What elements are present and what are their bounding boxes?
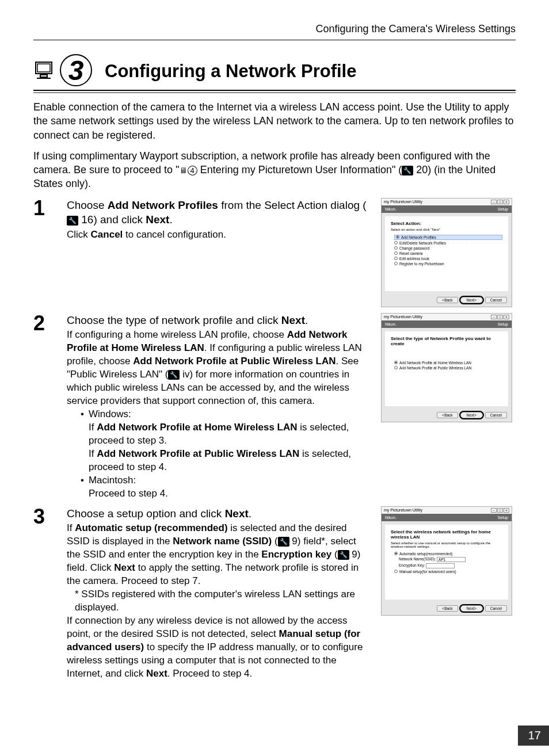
screenshot-1: my Picturetown Utility–□× Nikon.Setup Se…: [381, 198, 516, 307]
radio-automatic-setup[interactable]: Automatic setup(recommended): [394, 552, 502, 556]
bullet-label: Windows:: [89, 408, 369, 421]
close-icon[interactable]: ×: [504, 508, 509, 513]
step-bold: Next: [114, 562, 135, 573]
header-divider: [33, 40, 516, 40]
step-text: (: [272, 536, 277, 547]
window-buttons: –□×: [491, 200, 509, 204]
next-button[interactable]: Next>: [460, 412, 483, 418]
radio-edit-delete[interactable]: Edit/Delete Network Profiles: [394, 241, 502, 245]
step-text: .: [305, 314, 308, 326]
dialog-subtext: Select whether to use manual or automati…: [391, 541, 502, 548]
reference-icon: 🔧: [168, 370, 180, 380]
window-buttons: –□×: [491, 508, 509, 513]
dialog-title: my Picturetown Utility: [384, 200, 422, 204]
close-icon[interactable]: ×: [504, 200, 509, 204]
intro-paragraph-1: Enable connection of the camera to the I…: [33, 100, 516, 142]
cancel-button[interactable]: Cancel: [485, 412, 507, 418]
next-button[interactable]: Next>: [460, 297, 483, 303]
step-text: If: [67, 522, 75, 533]
back-button[interactable]: <Back: [437, 412, 458, 418]
reference-icon: 🔧: [402, 166, 413, 175]
radio-home-wireless[interactable]: Add Network Profile at Home Wireless LAN: [394, 361, 502, 365]
next-button[interactable]: Next>: [460, 605, 483, 612]
step-text: .: [169, 213, 172, 226]
step-page-ref: 16) and click: [78, 213, 146, 226]
step-bold: Encryption key: [261, 549, 331, 560]
radio-label: Add Network Profiles: [401, 235, 436, 239]
step-1: 1 Choose Add Network Profiles from the S…: [33, 198, 516, 307]
close-icon[interactable]: ×: [504, 315, 509, 319]
intro-step-ref: 4: [188, 166, 197, 175]
back-button[interactable]: <Back: [437, 297, 458, 303]
maximize-icon[interactable]: □: [497, 508, 503, 513]
minimize-icon[interactable]: –: [491, 508, 497, 513]
radio-label: Reset camera: [399, 251, 422, 255]
dialog-heading: Select the wireless network settings for…: [391, 529, 502, 540]
screenshot-2: my Picturetown Utility–□× Nikon.Setup Se…: [381, 313, 516, 501]
brand-label: Nikon.: [385, 516, 396, 520]
screenshot-3: my Picturetown Utility–□× Nikon.Setup Se…: [381, 506, 516, 681]
step-body: Choose the type of network profile and c…: [67, 313, 369, 501]
step-text: If configuring a home wireless LAN profi…: [67, 329, 287, 340]
radio-label: Manual setup(for advanced users): [399, 570, 456, 574]
radio-register[interactable]: Register to my Picturetown: [394, 262, 502, 266]
step-bold: Next: [225, 507, 249, 520]
footnote: * SSIDs registered with the computer's w…: [75, 588, 369, 614]
brand-label: Nikon.: [385, 322, 396, 326]
step-body: Choose Add Network Profiles from the Sel…: [67, 198, 369, 307]
cancel-button[interactable]: Cancel: [485, 605, 507, 612]
step-bold: Add Network Profile at Public Wireless L…: [133, 356, 336, 366]
radio-add-network-profiles[interactable]: Add Network Profiles: [394, 235, 502, 240]
field-label: Network Name(SSID):: [399, 557, 436, 561]
dialog-select-action: my Picturetown Utility–□× Nikon.Setup Se…: [381, 198, 512, 307]
back-button[interactable]: <Back: [437, 605, 458, 612]
ssid-input[interactable]: AP1: [437, 557, 466, 562]
step-text: from the Select Action dialog (: [218, 199, 367, 211]
encryption-key-input[interactable]: [426, 563, 455, 568]
title-row: 3 Configuring a Network Profile: [33, 55, 516, 87]
step-number: 2: [33, 313, 55, 501]
cancel-button[interactable]: Cancel: [485, 297, 507, 303]
radio-change-password[interactable]: Change password: [394, 246, 502, 250]
step-body: Choose a setup option and click Next. If…: [67, 506, 369, 681]
step-text: .: [249, 507, 251, 520]
field-encryption-key: Encryption Key:: [399, 563, 502, 568]
bullet-label: Macintosh:: [89, 474, 168, 487]
radio-edit-address[interactable]: Edit address book: [394, 257, 502, 261]
radio-label: Change password: [399, 246, 429, 250]
bullet-text: If: [89, 422, 97, 433]
dialog-title: my Picturetown Utility: [384, 508, 422, 513]
step-number: 3: [33, 506, 55, 681]
step-text: Choose the type of network profile and c…: [67, 314, 281, 326]
step-bold: Cancel: [91, 229, 123, 240]
dialog-heading: Select Action:: [391, 221, 502, 226]
step-text: (: [331, 549, 337, 560]
minimize-icon[interactable]: –: [491, 315, 497, 319]
radio-label: Register to my Picturetown: [399, 262, 444, 266]
step-text: . Proceed to step 4.: [167, 668, 252, 679]
bullet-text: Proceed to step 4.: [89, 487, 168, 501]
dialog-wireless-settings: my Picturetown Utility–□× Nikon.Setup Se…: [381, 506, 512, 616]
bullet-bold: Add Network Profile at Home Wireless LAN: [97, 422, 297, 433]
step-bold: Next: [146, 668, 167, 679]
setup-label: Setup: [498, 322, 508, 326]
step-bold: Next: [146, 213, 169, 226]
radio-reset-camera[interactable]: Reset camera: [394, 251, 502, 255]
page-title: Configuring a Network Profile: [105, 61, 356, 82]
step-text: Click: [67, 229, 91, 240]
section-header: Configuring the Camera's Wireless Settin…: [33, 23, 516, 35]
dialog-subtext: Select an action and click "Next": [391, 228, 502, 231]
maximize-icon[interactable]: □: [497, 200, 503, 204]
radio-label: Add Network Profile at Home Wireless LAN: [399, 361, 471, 365]
radio-manual-setup[interactable]: Manual setup(for advanced users): [394, 570, 502, 574]
step-text: Choose a setup option and click: [67, 507, 225, 520]
minimize-icon[interactable]: –: [491, 200, 497, 204]
step-bold: Next: [281, 314, 305, 326]
page-number: 17: [518, 726, 549, 746]
maximize-icon[interactable]: □: [497, 315, 503, 319]
step-bold: Network name (SSID): [173, 536, 272, 547]
radio-label: Edit address book: [399, 257, 429, 261]
reference-icon: 🔧: [338, 550, 349, 560]
radio-public-wireless[interactable]: Add Network Profile at Public Wireless L…: [394, 366, 502, 370]
field-label: Encryption Key:: [399, 563, 425, 567]
